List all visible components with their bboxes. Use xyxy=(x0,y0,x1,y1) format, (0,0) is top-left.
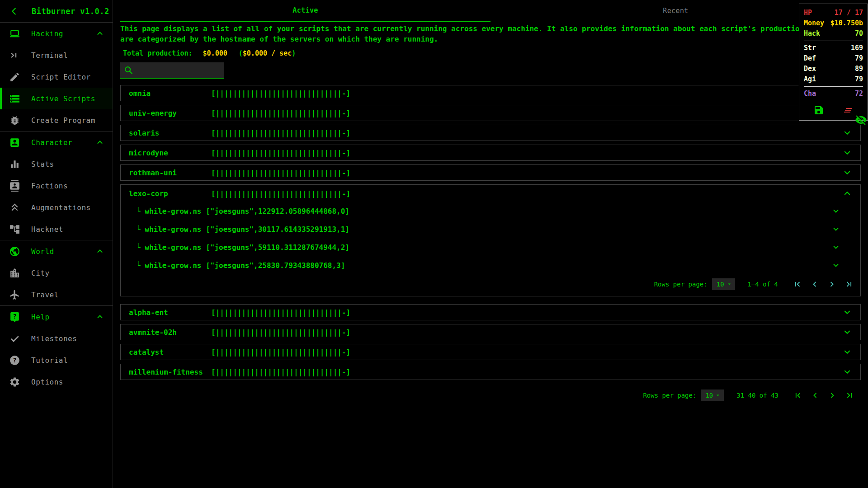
servers-pagination: Rows per page: 10 31–40 of 43 xyxy=(120,385,861,405)
sidebar-item-label: Tutorial xyxy=(31,356,68,365)
sidebar-item-milestones[interactable]: Milestones xyxy=(0,328,113,349)
city-icon xyxy=(9,267,20,279)
server-search-box xyxy=(120,62,224,79)
prev-page-button[interactable] xyxy=(806,277,823,291)
sidebar-item-hacknet[interactable]: Hacknet xyxy=(0,218,113,240)
chevron-up-icon xyxy=(95,29,104,38)
chevron-up-icon xyxy=(842,188,852,198)
total-production-value: $0.000 xyxy=(203,49,227,57)
last-page-button[interactable] xyxy=(841,389,858,402)
sidebar-section-world[interactable]: World xyxy=(0,240,113,262)
sidebar-section-label: Help xyxy=(31,313,50,321)
hud-visibility-off-icon[interactable] xyxy=(855,114,867,126)
collapse-sidebar-icon[interactable] xyxy=(9,6,19,16)
scripts-pagination: Rows per page: 10 1–4 of 4 xyxy=(121,274,860,294)
hud-cha-row: Cha72 xyxy=(804,89,863,99)
sidebar-item-label: Terminal xyxy=(31,51,68,60)
terminal-icon xyxy=(9,50,20,61)
sidebar-section-help[interactable]: Help xyxy=(0,306,113,328)
hud-def-row: Def79 xyxy=(804,53,863,64)
sidebar-item-create-program[interactable]: Create Program xyxy=(0,109,113,131)
chevron-down-icon xyxy=(831,261,840,270)
server-row-lexo-corp[interactable]: lexo-corp [|||||||||||||||||||||||||||||… xyxy=(121,185,860,202)
pencil-icon xyxy=(9,71,20,83)
script-name-and-args: └ while-grow.ns ["joesguns",30117.614335… xyxy=(136,225,831,234)
hud-str-row: Str169 xyxy=(804,43,863,53)
last-page-icon xyxy=(844,280,854,289)
hud-divider xyxy=(804,41,863,41)
sidebar-item-script-editor[interactable]: Script Editor xyxy=(0,66,113,88)
chevron-right-icon xyxy=(828,391,837,400)
chevron-down-icon xyxy=(831,243,840,252)
script-row[interactable]: └ while-grow.ns ["joesguns",59110.311287… xyxy=(121,238,860,256)
airplane-icon xyxy=(9,289,20,300)
server-accordion-list: omnia [|||||||||||||||||||||||||||||-] u… xyxy=(120,85,861,405)
server-row-catalyst[interactable]: catalyst [|||||||||||||||||||||||||||||-… xyxy=(120,344,861,360)
sidebar-item-travel[interactable]: Travel xyxy=(0,284,113,305)
server-name: catalyst xyxy=(129,348,211,357)
server-name: avmnite-02h xyxy=(129,328,211,337)
server-row-solaris[interactable]: solaris [|||||||||||||||||||||||||||||-] xyxy=(120,125,861,141)
server-row-microdyne[interactable]: microdyne [|||||||||||||||||||||||||||||… xyxy=(120,145,861,161)
total-production-rate: ($0.000 / sec) xyxy=(239,49,296,57)
ram-usage-bar: [|||||||||||||||||||||||||||||-] xyxy=(211,109,842,117)
sidebar-section-hacking[interactable]: Hacking xyxy=(0,23,113,44)
script-row[interactable]: └ while-grow.ns ["joesguns",25830.793438… xyxy=(121,256,860,274)
gear-icon xyxy=(9,376,20,388)
script-name-and-args: └ while-grow.ns ["joesguns",59110.311287… xyxy=(136,243,831,252)
server-name: microdyne xyxy=(129,149,211,157)
displayed-rows-label: 1–4 of 4 xyxy=(748,281,778,288)
prev-page-button[interactable] xyxy=(807,389,824,402)
ram-usage-bar: [|||||||||||||||||||||||||||||-] xyxy=(211,129,842,137)
chevron-down-icon xyxy=(831,225,840,234)
search-input[interactable] xyxy=(136,66,221,75)
script-name-and-args: └ while-grow.ns ["joesguns",122912.05896… xyxy=(136,207,831,216)
hud-money-row: Money$10.750b xyxy=(804,18,863,28)
sidebar-section-character[interactable]: Character xyxy=(0,131,113,153)
server-row-alpha-ent[interactable]: alpha-ent [|||||||||||||||||||||||||||||… xyxy=(120,304,861,320)
rows-per-page-select[interactable]: 10 xyxy=(701,389,724,401)
sidebar-item-label: Stats xyxy=(31,160,54,169)
next-page-button[interactable] xyxy=(823,277,840,291)
sidebar-item-terminal[interactable]: Terminal xyxy=(0,44,113,66)
contacts-icon xyxy=(9,180,20,192)
sidebar-section-label: World xyxy=(31,247,54,256)
chevron-up-icon xyxy=(95,138,104,147)
first-page-icon xyxy=(793,391,802,400)
script-row[interactable]: └ while-grow.ns ["joesguns",122912.05896… xyxy=(121,202,860,220)
server-row-avmnite-02h[interactable]: avmnite-02h [|||||||||||||||||||||||||||… xyxy=(120,324,861,340)
save-icon[interactable] xyxy=(813,105,824,116)
character-hud-panel: HP17 / 17 Money$10.750b Hack70 Str169 De… xyxy=(799,4,868,121)
app-title: Bitburner v1.0.2 xyxy=(32,7,109,16)
script-row[interactable]: └ while-grow.ns ["joesguns",30117.614335… xyxy=(121,220,860,238)
ram-usage-bar: [|||||||||||||||||||||||||||||-] xyxy=(211,368,842,376)
server-row-rothman-uni[interactable]: rothman-uni [|||||||||||||||||||||||||||… xyxy=(120,164,861,181)
server-name: univ-energy xyxy=(129,109,211,117)
sidebar-item-stats[interactable]: Stats xyxy=(0,153,113,175)
hud-action-buttons xyxy=(804,105,863,116)
kill-all-scripts-icon[interactable] xyxy=(843,105,854,116)
server-row-univ-energy[interactable]: univ-energy [|||||||||||||||||||||||||||… xyxy=(120,105,861,121)
tab-active[interactable]: Active xyxy=(120,0,491,22)
sidebar-item-augmentations[interactable]: Augmentations xyxy=(0,197,113,218)
sidebar-item-options[interactable]: Options xyxy=(0,371,113,393)
sidebar-item-label: Factions xyxy=(31,182,68,190)
server-row-millenium-fitness[interactable]: millenium-fitness [|||||||||||||||||||||… xyxy=(120,364,861,380)
next-page-button[interactable] xyxy=(824,389,841,402)
help-circle-icon xyxy=(9,355,20,366)
sidebar-item-active-scripts[interactable]: Active Scripts xyxy=(0,88,113,109)
ram-usage-bar: [|||||||||||||||||||||||||||||-] xyxy=(211,169,842,177)
sidebar-item-tutorial[interactable]: Tutorial xyxy=(0,349,113,371)
chevron-up-icon xyxy=(95,312,104,321)
sidebar-item-label: Travel xyxy=(31,291,59,299)
ram-usage-bar: [|||||||||||||||||||||||||||||-] xyxy=(211,328,842,337)
sidebar-item-city[interactable]: City xyxy=(0,262,113,284)
first-page-button[interactable] xyxy=(789,389,807,402)
server-row-omnia[interactable]: omnia [|||||||||||||||||||||||||||||-] xyxy=(120,85,861,101)
sidebar-item-factions[interactable]: Factions xyxy=(0,175,113,197)
last-page-button[interactable] xyxy=(840,277,858,291)
first-page-button[interactable] xyxy=(789,277,806,291)
person-badge-icon xyxy=(9,137,20,148)
server-name: rothman-uni xyxy=(129,169,211,177)
rows-per-page-select[interactable]: 10 xyxy=(712,278,735,290)
